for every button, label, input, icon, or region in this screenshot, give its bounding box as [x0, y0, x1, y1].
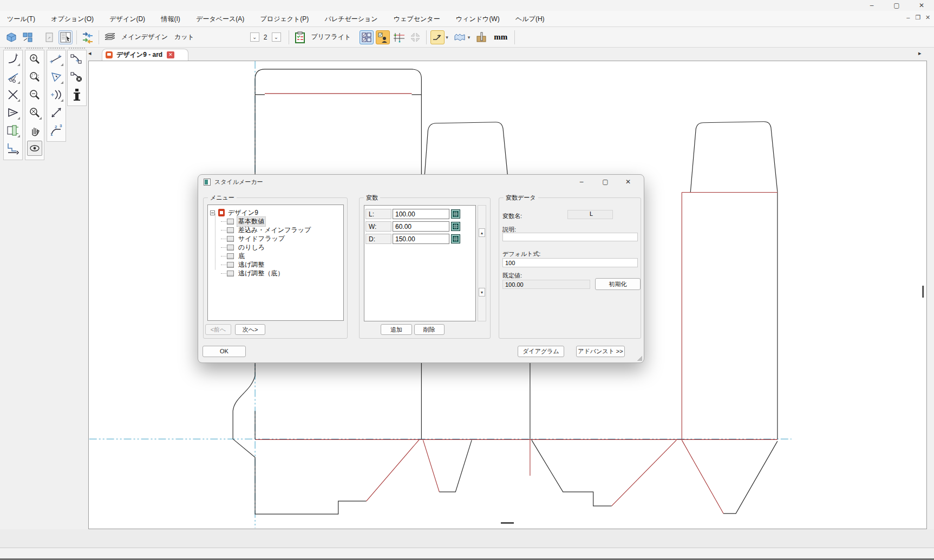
numbered-curve-icon[interactable]: 123 [49, 123, 64, 138]
tab-scroll-right-icon[interactable]: ▸ [918, 50, 922, 57]
intersect-tool-icon[interactable] [5, 87, 21, 102]
menu-webcenter[interactable]: ウェブセンター [387, 11, 447, 27]
description-field[interactable] [502, 233, 638, 241]
tree-root-design9[interactable]: デザイン9 [210, 208, 258, 217]
add-button[interactable]: 追加 [381, 324, 412, 335]
scale-dropdown-left[interactable]: ⌄ [250, 32, 259, 42]
scroll-up-icon[interactable]: ▲ [479, 228, 485, 237]
import-page-icon[interactable] [42, 30, 56, 44]
mdi-minimize-icon[interactable]: – [904, 14, 912, 21]
measure-line-icon[interactable] [49, 105, 64, 120]
shape-outline-icon[interactable] [453, 30, 467, 44]
tree-item-bottom[interactable]: 底 [221, 252, 246, 260]
tab-scroll-left-icon[interactable]: ◂ [88, 50, 92, 57]
line-two-point-icon[interactable] [49, 51, 64, 67]
tree-item-relief-adjust[interactable]: 逃げ調整 [221, 261, 265, 269]
canvas-vscrollbar-thumb[interactable] [922, 286, 924, 298]
scroll-down-icon[interactable]: ▼ [479, 288, 485, 297]
menu-database[interactable]: データベース(A) [189, 11, 251, 27]
variable-name-W: W: [365, 221, 391, 232]
tree-item-side-flap[interactable]: サイドフラップ [221, 235, 286, 243]
tree-item-basic-values[interactable]: 基本数値 [221, 218, 265, 226]
scale-value[interactable]: 2 [264, 34, 267, 41]
menu-info[interactable]: 情報(I) [154, 11, 187, 27]
diagram-button[interactable]: ダイアグラム [518, 346, 564, 357]
formula-calculator-icon[interactable] [451, 209, 460, 219]
dialog-minimize-button[interactable]: – [570, 175, 593, 188]
window-minimize-button[interactable]: – [859, 0, 884, 11]
svg-text:2: 2 [55, 124, 57, 129]
menu-tools[interactable]: ツール(T) [0, 11, 42, 27]
zoom-out-icon[interactable] [27, 87, 42, 102]
variable-input-L[interactable] [393, 209, 449, 219]
pan-hand-icon[interactable] [27, 123, 42, 138]
dialog-resize-grip[interactable] [637, 355, 642, 361]
bezier-edit-icon[interactable] [69, 51, 84, 67]
zoom-window-icon[interactable] [27, 69, 42, 84]
view-options-eye-icon[interactable] [27, 141, 42, 156]
formula-calculator-icon[interactable] [451, 234, 460, 243]
menu-help[interactable]: ヘルプ(H) [508, 11, 552, 27]
menu-design[interactable]: デザイン(D) [102, 11, 152, 27]
reset-button[interactable]: 初期化 [595, 278, 641, 290]
zoom-in-icon[interactable] [27, 51, 42, 67]
dialog-maximize-button[interactable]: ▢ [594, 175, 617, 188]
preflight-icon[interactable] [293, 30, 307, 44]
formula-calculator-icon[interactable] [451, 222, 460, 231]
variable-input-D[interactable] [393, 234, 449, 244]
tab-design9[interactable]: デザイン9 - ard ✕ [102, 49, 188, 61]
tree-collapse-icon[interactable] [210, 210, 215, 215]
units-label[interactable]: mm [494, 32, 507, 42]
tree-item-relief-adjust-bottom[interactable]: 逃げ調整（底） [221, 269, 285, 278]
delete-button[interactable]: 削除 [414, 324, 445, 335]
layers-icon[interactable] [103, 30, 117, 44]
info-icon[interactable] [69, 87, 84, 102]
tree-item-tuck-main-flap[interactable]: 差込み・メインフラップ [221, 226, 312, 234]
stretch-tool-icon[interactable] [5, 123, 21, 138]
trim-cut-tool-icon[interactable] [5, 69, 21, 84]
thickness-gauge-icon[interactable] [474, 30, 488, 44]
preflight-label[interactable]: プリフライト [311, 32, 351, 42]
cone-tool-icon[interactable] [49, 69, 64, 84]
layout-squares-icon[interactable] [21, 30, 35, 44]
tree-item-glue-flap[interactable]: のりしろ [221, 243, 266, 252]
menu-options[interactable]: オプション(O) [44, 11, 101, 27]
mdi-restore-icon[interactable]: ❐ [914, 14, 922, 21]
sync-arrows-icon[interactable] [81, 30, 95, 44]
shape-dropdown-caret[interactable]: ▾ [468, 35, 471, 40]
canvas-hscrollbar-thumb[interactable] [501, 522, 514, 524]
dialog-close-button[interactable]: ✕ [617, 175, 639, 188]
window-close-button[interactable]: ✕ [909, 0, 934, 11]
prev-button[interactable]: <前へ [205, 324, 231, 335]
menu-project[interactable]: プロジェクト(P) [253, 11, 316, 27]
arc-corner-tool-icon[interactable] [5, 51, 21, 67]
layer-name-label[interactable]: メインデザイン [121, 32, 168, 42]
variable-input-W[interactable] [393, 221, 449, 232]
tab-close-button[interactable]: ✕ [167, 51, 174, 58]
next-button[interactable]: 次へ> [235, 324, 265, 335]
menu-palletization[interactable]: パレチゼーション [318, 11, 385, 27]
database-browser-icon[interactable] [58, 30, 73, 44]
advanced-button[interactable]: アドバンスト >> [576, 346, 625, 357]
ok-button[interactable]: OK [203, 346, 246, 357]
arc-three-point-icon[interactable] [49, 87, 64, 102]
double-check-toggle-icon[interactable] [360, 30, 374, 44]
chevron-align-tool-icon[interactable] [5, 105, 21, 120]
corner-step-tool-icon[interactable] [5, 141, 21, 156]
angle-line-dropdown-caret[interactable]: ▾ [446, 35, 448, 40]
window-maximize-button[interactable]: ▢ [884, 0, 909, 11]
variables-scrollbar[interactable]: ▲ ▼ [478, 205, 486, 321]
bezier-delete-icon[interactable] [69, 69, 84, 84]
3d-cube-icon[interactable] [4, 30, 18, 44]
default-formula-field[interactable] [502, 258, 638, 267]
fit-view-icon[interactable] [408, 30, 422, 44]
mdi-close-icon[interactable]: ✕ [924, 14, 932, 21]
style-tree[interactable]: デザイン9 基本数値 差込み・メインフラップ サイドフラップ のりしろ 底 [207, 205, 344, 321]
angle-line-tool-icon[interactable] [430, 30, 445, 44]
user-check-toggle-icon[interactable] [376, 30, 390, 44]
cut-layer-label[interactable]: カット [174, 32, 194, 42]
menu-window[interactable]: ウィンドウ(W) [449, 11, 507, 27]
zoom-reset-icon[interactable] [27, 105, 42, 120]
scale-dropdown-right[interactable]: ⌄ [272, 32, 281, 42]
grid-lines-icon[interactable] [392, 30, 406, 44]
